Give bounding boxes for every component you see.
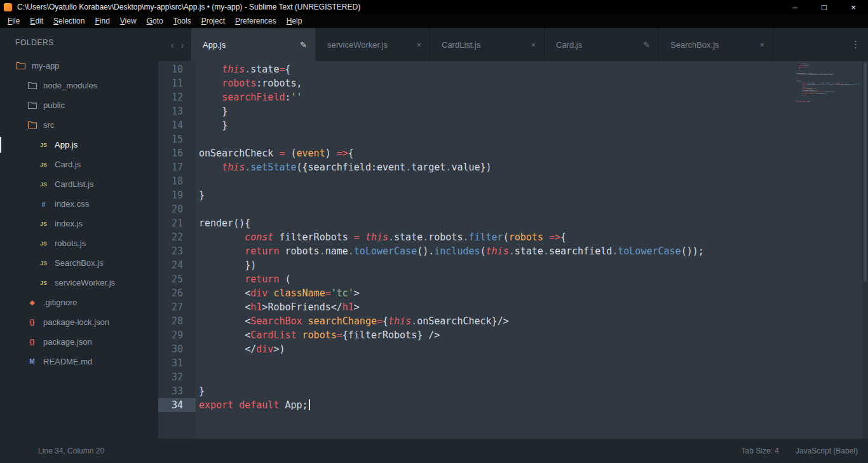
sidebar-item-readme-md[interactable]: MREADME.md [0, 352, 158, 371]
code-line[interactable]: }) [196, 258, 256, 272]
code-line[interactable]: return ( [196, 272, 291, 286]
sidebar-item-gitignore[interactable]: ◆.gitignore [0, 293, 158, 312]
code-line[interactable]: <h1>RoboFriends</h1> [196, 300, 360, 314]
text-cursor [309, 399, 310, 410]
menu-item-find[interactable]: Find [90, 15, 114, 27]
menu-item-view[interactable]: View [115, 15, 142, 27]
sidebar-item-app-js[interactable]: JSApp.js [0, 135, 158, 155]
code-line[interactable]: render(){ [196, 216, 250, 230]
sidebar-item-robots-js[interactable]: JSrobots.js [0, 233, 158, 253]
code-line[interactable]: <div className='tc'> [196, 286, 360, 300]
sidebar-item-package-json[interactable]: {}package.json [0, 332, 158, 352]
code-row: 29 <CardList robots={filterRobots} /> [158, 328, 868, 342]
menu-item-tools[interactable]: Tools [168, 15, 196, 27]
tab-size-indicator[interactable]: Tab Size: 4 [742, 446, 779, 455]
scrollbar-handle[interactable] [864, 62, 867, 282]
folder-icon [27, 101, 37, 109]
code-line[interactable] [196, 370, 199, 384]
menu-item-help[interactable]: Help [281, 15, 308, 27]
code-line[interactable]: return robots.name.toLowerCase().include… [196, 244, 704, 258]
code-line[interactable]: const filterRobots = this.state.robots.f… [196, 230, 566, 244]
minimize-button[interactable]: – [780, 0, 810, 14]
tab-label: CardList.js [442, 40, 531, 50]
main-area: FOLDERS my-appnode_modulespublicsrcJSApp… [0, 28, 868, 439]
code-row: 10 this.state={ [158, 62, 868, 76]
git-file-icon: ◆ [27, 299, 37, 306]
status-bar: Line 34, Column 20 Tab Size: 4 JavaScrip… [0, 439, 868, 463]
code-row: 32 [158, 370, 868, 384]
tab-card-js[interactable]: Card.js✎ [545, 28, 659, 61]
tab-serviceworker-js[interactable]: serviceWorker.js× [316, 28, 430, 61]
editor-column: ‹ › App.js✎serviceWorker.js×CardList.js×… [158, 28, 868, 439]
code-line[interactable]: export default App; [196, 398, 310, 412]
code-line[interactable]: this.state={ [196, 62, 291, 76]
tab-searchbox-js[interactable]: SearchBox.js× [659, 28, 773, 61]
code-row: 22 const filterRobots = this.state.robot… [158, 230, 868, 244]
code-line[interactable]: robots:robots, [196, 76, 302, 90]
code-row: 27 <h1>RoboFriends</h1> [158, 300, 868, 314]
menu-item-preferences[interactable]: Preferences [230, 15, 281, 27]
code-line[interactable]: searchField:'' [196, 90, 302, 104]
minimap[interactable]: this.state={ robots:robots, searchField:… [796, 63, 860, 110]
menu-item-edit[interactable]: Edit [25, 15, 48, 27]
sidebar-item-node-modules[interactable]: node_modules [0, 76, 158, 95]
code-row: 28 <SearchBox searchChange={this.onSearc… [158, 314, 868, 328]
sidebar-item-cardlist-js[interactable]: JSCardList.js [0, 174, 158, 194]
menu-item-selection[interactable]: Selection [48, 15, 90, 27]
js-file-icon: JS [38, 240, 49, 247]
sidebar-item-card-js[interactable]: JSCard.js [0, 155, 158, 174]
code-editor[interactable]: 10 this.state={11 robots:robots,12 searc… [158, 61, 868, 439]
sidebar-item-my-app[interactable]: my-app [0, 56, 158, 76]
sidebar-item-searchbox-js[interactable]: JSSearchBox.js [0, 253, 158, 273]
tab-strip: App.js✎serviceWorker.js×CardList.js×Card… [191, 28, 773, 61]
line-number: 10 [158, 62, 196, 76]
tab-label: App.js [203, 40, 300, 50]
sidebar-item-public[interactable]: public [0, 95, 158, 115]
maximize-button[interactable]: □ [810, 0, 839, 14]
sidebar-item-package-lock-json[interactable]: {}package-lock.json [0, 312, 158, 332]
code-line[interactable] [196, 356, 199, 370]
code-line[interactable]: onSearchCheck = (event) =>{ [196, 146, 354, 160]
code-line[interactable]: } [196, 118, 227, 132]
code-line[interactable]: } [196, 104, 227, 118]
tab-back-icon[interactable]: ‹ [167, 28, 177, 61]
file-name: index.css [55, 199, 89, 209]
menu-item-file[interactable]: File [3, 15, 25, 27]
syntax-indicator[interactable]: JavaScript (Babel) [796, 446, 858, 455]
tab-close-icon[interactable]: × [531, 40, 536, 50]
line-number: 22 [158, 230, 196, 244]
folder-icon [27, 81, 37, 90]
tab-close-icon[interactable]: × [759, 40, 764, 50]
status-right: Tab Size: 4 JavaScript (Babel) [742, 446, 858, 455]
menu-item-project[interactable]: Project [196, 15, 230, 27]
sidebar-item-index-css[interactable]: #index.css [0, 194, 158, 214]
code-line[interactable]: <SearchBox searchChange={this.onSearchCh… [196, 314, 509, 328]
code-line[interactable] [196, 202, 199, 216]
code-lines: 10 this.state={11 robots:robots,12 searc… [158, 61, 868, 412]
code-line[interactable]: </div>) [196, 342, 285, 356]
file-name: my-app [32, 61, 59, 71]
close-button[interactable]: × [839, 0, 868, 14]
sidebar-item-serviceworker-js[interactable]: JSserviceWorker.js [0, 273, 158, 293]
tab-close-icon[interactable]: × [416, 40, 421, 50]
menu-item-goto[interactable]: Goto [142, 15, 168, 27]
code-line[interactable]: this.setState({searchfield:event.target.… [196, 160, 492, 174]
code-line[interactable]: <CardList robots={filterRobots} /> [196, 328, 440, 342]
tab-overflow-icon[interactable]: ⋮ [851, 39, 860, 50]
code-line[interactable]: } [196, 188, 205, 202]
tab-cardlist-js[interactable]: CardList.js× [430, 28, 545, 61]
tab-forward-icon[interactable]: › [177, 28, 187, 61]
tab-app-js[interactable]: App.js✎ [191, 28, 316, 61]
sidebar-item-src[interactable]: src [0, 115, 158, 135]
code-line[interactable] [196, 132, 199, 146]
code-line[interactable] [196, 174, 199, 188]
vertical-scrollbar[interactable] [862, 61, 868, 439]
code-line[interactable]: } [196, 384, 205, 398]
sublime-logo-icon [4, 3, 12, 11]
tab-label: Card.js [556, 40, 643, 50]
code-row: 20 [158, 202, 868, 216]
sidebar-item-index-js[interactable]: JSindex.js [0, 214, 158, 233]
line-number: 23 [158, 244, 196, 258]
cursor-position: Line 34, Column 20 [38, 446, 104, 455]
file-name: robots.js [55, 238, 86, 248]
